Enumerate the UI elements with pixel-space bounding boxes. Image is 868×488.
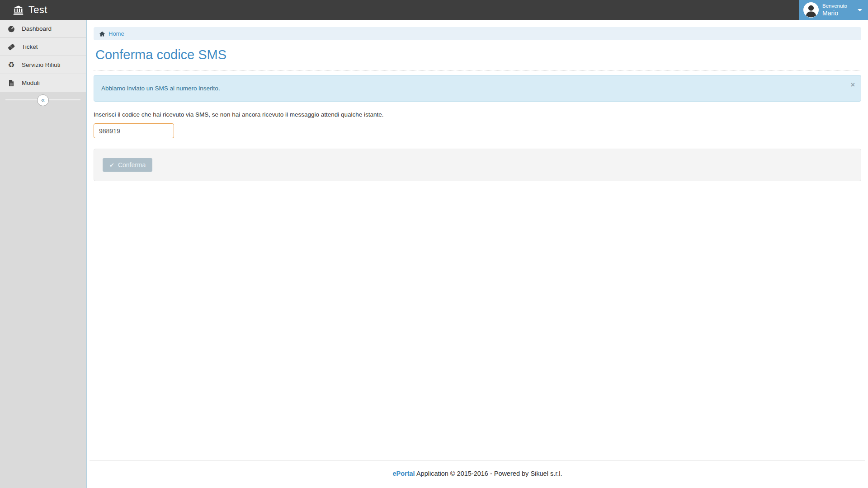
recycle-icon: ♻︎: [7, 61, 16, 69]
sidebar-item-label: Servizio Rifiuti: [22, 61, 61, 68]
home-icon: [99, 31, 105, 37]
brand-label: Test: [28, 4, 47, 16]
brand-link[interactable]: Test: [0, 4, 47, 16]
caret-down-icon: [858, 9, 862, 11]
ticket-icon: [7, 43, 16, 51]
alert-message: Abbiamo inviato un SMS al numero inserit…: [101, 85, 220, 92]
footer-area: ePortal Application © 2015-2016 - Powere…: [94, 460, 861, 488]
sidebar-item-servizio-rifiuti[interactable]: ♻︎ Servizio Rifiuti: [0, 56, 86, 74]
confirm-button-label: Conferma: [118, 161, 146, 169]
footer-copyright: Application © 2015-2016 - Powered by Sik…: [416, 470, 562, 477]
page-title: Conferma codice SMS: [95, 47, 861, 62]
instruction-text: Inserisci il codice che hai ricevuto via…: [94, 111, 861, 118]
user-welcome: Benvenuto Mario: [822, 3, 847, 17]
user-avatar: [803, 2, 819, 18]
user-name: Mario: [822, 9, 847, 17]
sidebar-item-moduli[interactable]: Moduli: [0, 74, 86, 92]
sidebar-item-label: Moduli: [22, 80, 40, 86]
footer-text: ePortal Application © 2015-2016 - Powere…: [94, 461, 861, 488]
chevron-double-left-icon: «: [41, 97, 45, 103]
sidebar-item-dashboard[interactable]: Dashboard: [0, 20, 86, 38]
document-icon: [7, 79, 16, 87]
confirm-button[interactable]: ✔ Conferma: [103, 158, 152, 172]
sidebar: Dashboard Ticket ♻︎ Servizio Rifiuti: [0, 20, 87, 488]
sidebar-item-label: Ticket: [22, 43, 38, 50]
footer-brand: ePortal: [392, 470, 415, 477]
user-greeting: Benvenuto: [822, 3, 847, 9]
breadcrumb: Home: [94, 27, 861, 40]
bank-icon: [13, 5, 24, 15]
sms-code-input[interactable]: [94, 123, 174, 138]
sidebar-collapse-row: «: [0, 94, 86, 107]
close-icon[interactable]: ×: [851, 81, 855, 89]
content-area: Home Conferma codice SMS Abbiamo inviato…: [87, 20, 868, 488]
breadcrumb-home-link[interactable]: Home: [108, 30, 124, 37]
main-layout: Dashboard Ticket ♻︎ Servizio Rifiuti: [0, 20, 868, 488]
sidebar-item-ticket[interactable]: Ticket: [0, 38, 86, 56]
dashboard-icon: [7, 25, 16, 33]
sidebar-item-label: Dashboard: [22, 25, 52, 32]
top-navbar: Test Benvenuto Mario: [0, 0, 868, 20]
page-header: Conferma codice SMS: [94, 40, 861, 71]
user-menu[interactable]: Benvenuto Mario: [799, 0, 868, 20]
info-alert: Abbiamo inviato un SMS al numero inserit…: [94, 75, 861, 102]
sidebar-collapse-button[interactable]: «: [37, 94, 49, 106]
actions-panel: ✔ Conferma: [94, 149, 861, 181]
check-icon: ✔: [109, 162, 114, 168]
